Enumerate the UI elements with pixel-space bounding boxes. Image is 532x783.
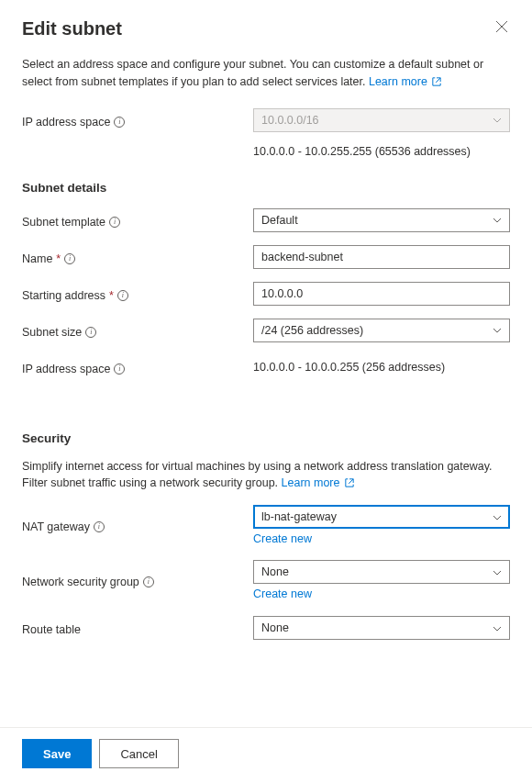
ip-space-value-2: 10.0.0.0 - 10.0.0.255 (256 addresses): [253, 361, 510, 374]
security-heading: Security: [22, 431, 510, 445]
subnet-size-label: Subnet size i: [22, 322, 253, 339]
nat-gateway-label: NAT gateway i: [22, 517, 253, 533]
name-input[interactable]: backend-subnet: [253, 245, 510, 269]
subnet-details-heading: Subnet details: [22, 181, 510, 195]
starting-address-input[interactable]: 10.0.0.0: [253, 282, 510, 306]
chevron-down-icon: [493, 325, 502, 335]
subnet-template-label: Subnet template i: [22, 212, 253, 229]
save-button[interactable]: Save: [22, 739, 92, 768]
ip-space-select: 10.0.0.0/16: [253, 108, 510, 132]
security-desc: Simplify internet access for virtual mac…: [22, 458, 510, 493]
subnet-size-select[interactable]: /24 (256 addresses): [253, 319, 510, 342]
name-label: Name * i: [22, 249, 253, 265]
ip-space-range: 10.0.0.0 - 10.0.255.255 (65536 addresses…: [253, 145, 510, 158]
nsg-label: Network security group i: [22, 572, 253, 588]
ip-space-label-2: IP address space i: [22, 359, 253, 375]
info-icon[interactable]: i: [109, 217, 120, 228]
route-table-select[interactable]: None: [253, 616, 510, 640]
footer: Save Cancel: [0, 727, 532, 783]
nsg-select[interactable]: None: [253, 560, 510, 584]
nat-create-new-link[interactable]: Create new: [253, 532, 312, 545]
nsg-create-new-link[interactable]: Create new: [253, 587, 312, 600]
subnet-template-select[interactable]: Default: [253, 208, 510, 232]
starting-address-label: Starting address * i: [22, 285, 253, 302]
external-link-icon: [341, 477, 353, 488]
chevron-down-icon: [493, 623, 502, 633]
chevron-down-icon: [493, 512, 502, 522]
page-title: Edit subnet: [22, 18, 122, 39]
intro-text: Select an address space and configure yo…: [22, 56, 510, 91]
security-learn-more-link[interactable]: Learn more: [282, 476, 354, 489]
info-icon[interactable]: i: [94, 521, 105, 532]
route-table-label: Route table: [22, 620, 253, 636]
close-button[interactable]: [493, 18, 510, 37]
info-icon[interactable]: i: [64, 253, 75, 264]
chevron-down-icon: [493, 215, 502, 225]
nat-gateway-select[interactable]: lb-nat-gateway: [253, 505, 510, 529]
external-link-icon: [429, 76, 441, 87]
info-icon[interactable]: i: [85, 327, 96, 338]
chevron-down-icon: [493, 567, 502, 577]
info-icon[interactable]: i: [114, 364, 125, 375]
info-icon[interactable]: i: [143, 576, 154, 587]
chevron-down-icon: [493, 115, 502, 125]
learn-more-link[interactable]: Learn more: [369, 75, 441, 88]
ip-space-label: IP address space i: [22, 112, 253, 129]
info-icon[interactable]: i: [117, 290, 128, 301]
cancel-button[interactable]: Cancel: [99, 739, 178, 768]
info-icon[interactable]: i: [114, 117, 125, 128]
